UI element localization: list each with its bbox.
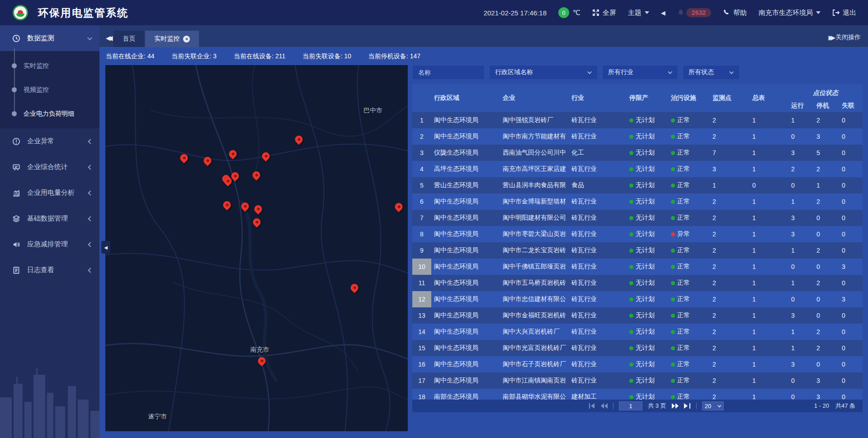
cell-run: 1 bbox=[788, 340, 814, 356]
table-row[interactable]: 12 阆中生态环境局 阆中市忠信建材有限公 砖瓦行业 无计划 正常 2 1 0 … bbox=[412, 291, 863, 307]
tab-realtime-monitor[interactable]: 实时监控 × bbox=[145, 31, 199, 47]
cell-limit: 无计划 bbox=[627, 259, 668, 275]
theme-dropdown[interactable]: 主题 bbox=[628, 9, 649, 17]
sidebar-item-base-data[interactable]: 基础数据管理 bbox=[0, 206, 99, 231]
map-roads bbox=[105, 65, 408, 431]
table-row[interactable]: 18 南部生态环境局 南部县砌华水泥有限公 建材加工 无计划 正常 2 1 0 … bbox=[412, 389, 863, 400]
sidebar-item-enterprise-statistics[interactable]: 企业综合统计 bbox=[0, 154, 99, 180]
sidebar-item-power-load-detail[interactable]: 企业电力负荷明细 bbox=[0, 102, 99, 126]
page-number-input[interactable] bbox=[619, 401, 642, 410]
cell-monitor: 2 bbox=[710, 210, 750, 226]
table-row[interactable]: 11 阆中生态环境局 阆中市五马桥页岩机砖 砖瓦行业 无计划 正常 2 1 1 … bbox=[412, 275, 863, 291]
cell-facility: 正常 bbox=[668, 307, 710, 324]
cell-facility: 异常 bbox=[668, 226, 710, 242]
collapse-map-handle[interactable]: ◀ bbox=[101, 241, 110, 254]
notification-count-badge: 2632 bbox=[686, 8, 711, 17]
table-row[interactable]: 9 阆中生态环境局 阆中市二龙长宝页岩砖 砖瓦行业 无计划 正常 2 1 1 2 bbox=[412, 242, 863, 259]
sidebar-item-video-monitor[interactable]: 视频监控 bbox=[0, 78, 99, 102]
industry-filter-select[interactable]: 所有行业 bbox=[602, 65, 678, 80]
cell-company: 阆中市忠信建材有限公 bbox=[500, 291, 569, 307]
stat-lost-devices: 当前失联设备:10 bbox=[302, 52, 351, 61]
status-dot bbox=[671, 395, 675, 399]
close-tab-icon[interactable]: × bbox=[183, 36, 190, 42]
cell-run: 0 bbox=[788, 389, 814, 400]
cell-company: 阆中市金福旺页岩机砖 bbox=[500, 307, 569, 324]
status-filter-select[interactable]: 所有状态 bbox=[683, 65, 740, 80]
cell-region: 阆中生态环境局 bbox=[431, 356, 500, 372]
status-dot bbox=[629, 281, 633, 285]
map-city-label: 南充市 bbox=[250, 346, 269, 354]
cell-company: 阆中市南方节能建材有 bbox=[500, 128, 569, 145]
cell-meter: 1 bbox=[750, 291, 788, 307]
cell-index: 11 bbox=[412, 275, 431, 291]
volume-icon bbox=[12, 240, 21, 249]
sidebar-item-log-view[interactable]: 日志查看 bbox=[0, 257, 99, 283]
table-row[interactable]: 14 阆中生态环境局 阆中大兴页岩机砖厂 砖瓦行业 无计划 正常 2 1 1 2 bbox=[412, 324, 863, 340]
last-page-icon[interactable] bbox=[684, 403, 691, 409]
tab-home[interactable]: 首页 bbox=[113, 31, 144, 47]
help-button[interactable]: 帮助 bbox=[723, 9, 747, 17]
cell-stop: 2 bbox=[814, 340, 839, 356]
table-row[interactable]: 13 阆中生态环境局 阆中市金福旺页岩机砖 砖瓦行业 无计划 正常 2 1 3 … bbox=[412, 307, 863, 324]
logout-button[interactable]: 退出 bbox=[832, 9, 856, 17]
temperature: 0 ℃ bbox=[558, 7, 580, 18]
org-dropdown[interactable]: 南充市生态环境局 bbox=[759, 9, 821, 17]
sidebar-item-data-monitor[interactable]: 数据监测 bbox=[0, 25, 99, 51]
tabs-scroll-left-icon[interactable]: ◀◀ bbox=[99, 34, 113, 47]
sidebar-item-realtime-monitor[interactable]: 实时监控 bbox=[0, 54, 99, 78]
cell-region: 阆中生态环境局 bbox=[431, 372, 500, 389]
status-dot bbox=[629, 363, 633, 367]
status-dot bbox=[671, 200, 675, 204]
cell-industry: 砖瓦行业 bbox=[569, 128, 627, 145]
fullscreen-button[interactable]: 全屏 bbox=[592, 9, 616, 17]
table-row[interactable]: 2 阆中生态环境局 阆中市南方节能建材有 砖瓦行业 无计划 正常 2 1 0 3 bbox=[412, 128, 863, 145]
cell-lost: 0 bbox=[839, 226, 863, 242]
table-row[interactable]: 17 阆中生态环境局 阆中市江南镇阆南页岩 砖瓦行业 无计划 正常 2 1 0 … bbox=[412, 372, 863, 389]
cell-industry: 砖瓦行业 bbox=[569, 372, 627, 389]
table-row[interactable]: 7 阆中生态环境局 阆中明阳建材有限公司 砖瓦行业 无计划 正常 2 1 3 0 bbox=[412, 210, 863, 226]
table-row[interactable]: 10 阆中生态环境局 阆中千佛镇五郎垭页岩 砖瓦行业 无计划 正常 2 1 0 … bbox=[412, 259, 863, 275]
first-page-icon[interactable] bbox=[589, 403, 595, 409]
map-panel[interactable]: 巴中市南充市遂宁市 bbox=[105, 65, 408, 431]
close-operations-button[interactable]: ▶▶ 关闭操作 bbox=[829, 33, 868, 47]
next-page-icon[interactable] bbox=[672, 403, 679, 409]
table-row[interactable]: 3 仪陇生态环境局 西南油气田分公司川中 化工 无计划 正常 7 1 3 5 0 bbox=[412, 145, 863, 161]
sidebar-item-power-analysis[interactable]: 企业用电量分析 bbox=[0, 180, 99, 206]
status-dot bbox=[671, 151, 675, 155]
cell-stop: 2 bbox=[814, 275, 839, 291]
notifications-button[interactable]: 2632 bbox=[677, 8, 711, 17]
table-header: 行政区域 企业 行业 停限产 治污设施 监测点 总表 点位状态 运行 bbox=[412, 84, 863, 112]
sidebar-item-emergency-reduction[interactable]: 应急减排管理 bbox=[0, 231, 99, 257]
cell-facility: 正常 bbox=[668, 324, 710, 340]
table-row[interactable]: 4 高坪生态环境局 南充市高坪区王家店建 砖瓦行业 无计划 正常 3 1 2 2 bbox=[412, 161, 863, 177]
table-row[interactable]: 15 阆中生态环境局 阆中市光富页岩机砖厂 砖瓦行业 无计划 正常 2 1 1 … bbox=[412, 340, 863, 356]
table-row[interactable]: 1 阆中生态环境局 阆中强锐页岩砖厂 砖瓦行业 无计划 正常 2 1 1 2 0 bbox=[412, 112, 863, 128]
status-dot bbox=[629, 249, 633, 253]
bar-chart-icon bbox=[12, 188, 21, 198]
page-size-select[interactable]: 20 bbox=[702, 401, 724, 410]
cell-index: 4 bbox=[412, 161, 431, 177]
cell-index: 8 bbox=[412, 226, 431, 242]
sidebar-item-enterprise-abnormal[interactable]: 企业异常 bbox=[0, 128, 99, 154]
name-filter-input[interactable] bbox=[412, 65, 485, 80]
table-row[interactable]: 8 阆中生态环境局 阆中市枣碧大梁山页岩 砖瓦行业 无计划 异常 2 1 3 0 bbox=[412, 226, 863, 242]
mute-speaker-icon[interactable]: ◀ bbox=[661, 9, 665, 16]
prev-page-icon[interactable] bbox=[601, 403, 608, 409]
board-icon bbox=[12, 163, 21, 172]
cell-limit: 无计划 bbox=[627, 242, 668, 259]
chevron-left-icon bbox=[88, 190, 93, 195]
region-filter-select[interactable]: 行政区域名称 bbox=[489, 65, 598, 80]
stat-lost-enterprises: 当前失联企业:3 bbox=[171, 52, 217, 61]
cell-company: 阆中市金博瑞新型墙材 bbox=[500, 193, 569, 210]
cell-lost: 0 bbox=[839, 307, 863, 324]
table-row[interactable]: 5 营山生态环境局 营山县润丰肉食品有限 食品 无计划 正常 1 0 0 1 0 bbox=[412, 177, 863, 193]
cell-company: 南部县砌华水泥有限公 bbox=[500, 389, 569, 400]
cell-facility: 正常 bbox=[668, 210, 710, 226]
table-row[interactable]: 16 阆中生态环境局 阆中市石子页岩机砖厂 砖瓦行业 无计划 正常 2 1 3 … bbox=[412, 356, 863, 372]
cell-region: 高坪生态环境局 bbox=[431, 161, 500, 177]
table-row[interactable]: 6 阆中生态环境局 阆中市金博瑞新型墙材 砖瓦行业 无计划 正常 2 1 1 2 bbox=[412, 193, 863, 210]
status-dot bbox=[629, 167, 633, 171]
cell-limit: 无计划 bbox=[627, 324, 668, 340]
cell-region: 阆中生态环境局 bbox=[431, 128, 500, 145]
cell-region: 阆中生态环境局 bbox=[431, 210, 500, 226]
